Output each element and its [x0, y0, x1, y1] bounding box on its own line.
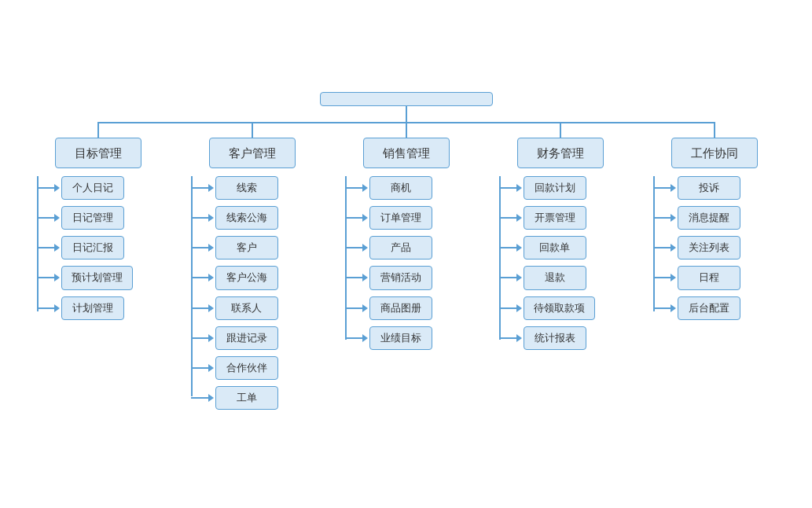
list-item: 日程	[653, 266, 740, 289]
child-hline	[191, 307, 208, 309]
list-item: 合作伙伴	[191, 356, 278, 380]
level1-node-finance: 财务管理	[517, 138, 604, 168]
arrow-icon	[516, 304, 522, 312]
child-hline	[499, 187, 516, 189]
child-node-finance-3: 退款	[524, 266, 586, 289]
children-sales: 商机订单管理产品营销活动商品图册业绩目标	[329, 176, 483, 356]
list-item: 日记管理	[37, 206, 124, 230]
child-hline	[191, 337, 208, 339]
level1-node-sales: 销售管理	[363, 138, 450, 168]
root-vline	[21, 106, 792, 122]
list-item: 计划管理	[37, 296, 124, 320]
list-item: 预计划管理	[37, 266, 133, 289]
list-item: 营销活动	[345, 266, 432, 289]
arrow-icon	[362, 334, 368, 342]
col-vdrop	[406, 122, 407, 138]
children-target: 个人日记日记管理日记汇报预计划管理计划管理	[21, 176, 175, 326]
arrow-icon	[208, 184, 214, 192]
arrow-icon	[516, 334, 522, 342]
arrow-icon	[208, 394, 214, 402]
arrow-icon	[54, 274, 60, 282]
child-hline	[191, 367, 208, 369]
list-item: 待领取款项	[499, 296, 595, 320]
list-item: 回款单	[499, 236, 586, 260]
child-node-customer-6: 合作伙伴	[215, 356, 278, 380]
arrow-icon	[208, 364, 214, 372]
arrow-icon	[516, 184, 522, 192]
child-hline	[499, 307, 516, 309]
arrow-icon	[671, 214, 676, 222]
list-item: 回款计划	[499, 176, 586, 200]
col-customer: 客户管理线索线索公海客户客户公海联系人跟进记录合作伙伴工单	[175, 122, 329, 417]
children-customer: 线索线索公海客户客户公海联系人跟进记录合作伙伴工单	[175, 176, 329, 417]
arrow-icon	[208, 214, 214, 222]
child-node-finance-5: 统计报表	[524, 326, 586, 350]
child-hline	[37, 217, 54, 219]
child-hline	[191, 397, 208, 399]
child-node-work-1: 消息提醒	[678, 206, 740, 230]
child-node-sales-3: 营销活动	[369, 266, 432, 289]
arrow-icon	[208, 244, 214, 252]
list-item: 退款	[499, 266, 586, 289]
list-item: 个人日记	[37, 176, 124, 200]
child-node-sales-1: 订单管理	[369, 206, 432, 230]
root-node	[320, 92, 493, 106]
list-item: 统计报表	[499, 326, 586, 350]
col-vdrop	[560, 122, 561, 138]
child-hline	[653, 217, 671, 219]
level1-node-target: 目标管理	[55, 138, 141, 168]
list-item: 客户	[191, 236, 278, 260]
child-hline	[499, 277, 516, 278]
child-node-work-0: 投诉	[678, 176, 740, 200]
child-hline	[499, 247, 516, 248]
list-item: 工单	[191, 386, 278, 410]
child-hline	[37, 307, 54, 309]
child-hline	[191, 217, 208, 219]
arrow-icon	[516, 214, 522, 222]
arrow-icon	[516, 274, 522, 282]
child-node-customer-0: 线索	[215, 176, 278, 200]
child-hline	[345, 217, 362, 219]
child-hline	[653, 187, 671, 189]
arrow-icon	[671, 244, 676, 252]
list-item: 业绩目标	[345, 326, 432, 350]
child-hline	[345, 187, 362, 189]
arrow-icon	[208, 304, 214, 312]
arrow-icon	[671, 184, 676, 192]
child-hline	[345, 337, 362, 339]
list-item: 日记汇报	[37, 236, 124, 260]
arrow-icon	[362, 244, 368, 252]
child-hline	[653, 247, 671, 248]
arrow-icon	[208, 334, 214, 342]
child-hline	[653, 307, 671, 309]
col-work: 工作协同投诉消息提醒关注列表日程后台配置	[637, 122, 792, 326]
arrow-icon	[54, 244, 60, 252]
child-node-target-3: 预计划管理	[61, 266, 133, 289]
arrow-icon	[362, 304, 368, 312]
child-hline	[191, 247, 208, 248]
level1-node-customer: 客户管理	[209, 138, 296, 168]
child-node-customer-2: 客户	[215, 236, 278, 260]
child-node-finance-4: 待领取款项	[524, 296, 595, 320]
arrow-icon	[362, 184, 368, 192]
child-hline	[37, 187, 54, 189]
arrow-icon	[208, 274, 214, 282]
child-node-sales-0: 商机	[369, 176, 432, 200]
list-item: 商品图册	[345, 296, 432, 320]
arrow-icon	[516, 244, 522, 252]
child-node-customer-1: 线索公海	[215, 206, 278, 230]
list-item: 开票管理	[499, 206, 586, 230]
children-finance: 回款计划开票管理回款单退款待领取款项统计报表	[483, 176, 637, 356]
child-hline	[345, 307, 362, 309]
child-hline	[191, 187, 208, 189]
list-item: 投诉	[653, 176, 740, 200]
child-hline	[37, 277, 54, 278]
col-vdrop	[252, 122, 253, 138]
child-node-customer-7: 工单	[215, 386, 278, 410]
child-node-sales-4: 商品图册	[369, 296, 432, 320]
child-node-work-4: 后台配置	[678, 296, 740, 320]
child-node-work-3: 日程	[678, 266, 740, 289]
child-hline	[345, 277, 362, 278]
child-hline	[499, 337, 516, 339]
list-item: 联系人	[191, 296, 278, 320]
